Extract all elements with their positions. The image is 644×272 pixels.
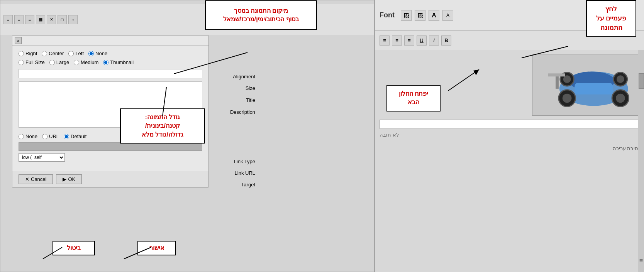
sidebar-hint-text: לא חובה [380, 132, 399, 138]
align-right-icon[interactable]: ≡ [404, 35, 414, 46]
target-row: low (_self [19, 153, 202, 162]
link-none[interactable]: None [19, 133, 37, 139]
alignment-right-label: Right [25, 51, 37, 56]
alignment-right-radio[interactable] [19, 51, 24, 56]
car-image [532, 54, 640, 116]
annotation-next-window-text: יפתח החלון הבא [399, 90, 428, 105]
link-type-label-text: Link Type [220, 155, 255, 167]
font-icon-bold[interactable]: A [429, 10, 439, 21]
sidebar-scrollbar[interactable]: ≡ [638, 50, 644, 272]
annotation-image-size-text: גודל התמונה: קטנה/בינונית/ גדולה/גודל מל… [142, 114, 183, 138]
size-fullsize[interactable]: Full Size [19, 59, 45, 65]
svg-point-14 [617, 75, 624, 83]
font-label: Font [380, 11, 395, 19]
size-fullsize-radio[interactable] [19, 60, 24, 65]
sidebar-reason-label: סיבת עריכה: [613, 145, 639, 151]
target-label-text: Target [220, 179, 255, 190]
svg-rect-15 [575, 83, 613, 95]
sidebar-main-content: לא חובה סיבת עריכה: ≡ [375, 50, 644, 272]
sidebar-reason-row: סיבת עריכה: [380, 145, 639, 151]
annotation-next-window: יפתח החלון הבא [386, 85, 441, 112]
link-url-label: URL [49, 133, 59, 139]
annotation-image-position-text: מיקום התמונה במסך בסוף הכיתוב/ימין/מרכז/… [223, 7, 299, 22]
underline-icon[interactable]: U [417, 35, 427, 46]
right-sidebar: Font 🖼 🖼 A A ≡ ≡ ≡ U I B [375, 0, 644, 272]
size-medium-radio[interactable] [74, 60, 79, 65]
alignment-center[interactable]: Center [42, 51, 64, 56]
toolbar-icon-3[interactable]: ≡ [25, 15, 34, 24]
size-large-label: Large [56, 59, 69, 65]
link-url-label-text: Link URL [220, 167, 255, 179]
font-icon-1[interactable]: 🖼 [401, 10, 412, 21]
annotation-image-position: מיקום התמונה במסך בסוף הכיתוב/ימין/מרכז/… [205, 0, 317, 30]
size-label: Size [246, 85, 255, 91]
target-label: Target [241, 182, 255, 188]
italic-icon[interactable]: I [429, 35, 439, 46]
font-icon-2[interactable]: 🖼 [415, 10, 425, 21]
size-thumbnail-radio[interactable] [103, 60, 108, 65]
link-url[interactable]: URL [42, 133, 59, 139]
svg-rect-16 [556, 75, 559, 89]
annotation-image-size: גודל התמונה: קטנה/בינונית/ גדולה/גודל מל… [120, 108, 205, 144]
svg-rect-17 [548, 73, 565, 76]
alignment-label: Alignment [233, 74, 255, 79]
title-input[interactable] [19, 69, 202, 78]
description-label-text: Description [220, 106, 255, 155]
svg-point-8 [563, 94, 572, 103]
annotation-ok-text: אישור [149, 245, 164, 251]
toolbar-icon-4[interactable]: ▦ [36, 15, 45, 24]
toolbar-icon-1[interactable]: ≡ [3, 15, 13, 24]
size-thumbnail-label: Thumbnail [110, 59, 134, 65]
toolbar-icon-6[interactable]: □ [58, 15, 67, 24]
form-labels: Alignment Size Title Description Link Ty… [220, 71, 255, 190]
size-medium[interactable]: Medium [74, 59, 98, 65]
size-thumbnail[interactable]: Thumbnail [103, 59, 134, 65]
alignment-center-radio[interactable] [42, 51, 47, 56]
screen: ≡ ≡ ≡ ▦ ✕ □ ↔ x Right [0, 0, 644, 272]
alignment-right[interactable]: Right [19, 51, 37, 56]
alignment-row: Right Center Left None [19, 51, 202, 56]
dialog-area: ≡ ≡ ≡ ▦ ✕ □ ↔ x Right [0, 0, 375, 272]
title-label: Title [246, 97, 255, 103]
align-left-icon[interactable]: ≡ [380, 35, 390, 46]
link-url-radio[interactable] [42, 134, 47, 139]
alignment-none-radio[interactable] [88, 51, 94, 56]
sidebar-link-url-row [380, 120, 639, 129]
cancel-button[interactable]: ✕ Cancel [19, 174, 53, 184]
alignment-center-label: Center [49, 51, 64, 56]
alignment-label-text: Alignment [220, 71, 255, 82]
annotation-double-click-text: לחץ פעמיים על התמונה [596, 5, 627, 31]
dialog-close-button[interactable]: x [15, 37, 22, 44]
ok-button[interactable]: ▶ OK [56, 174, 82, 184]
link-url-bar [19, 142, 202, 151]
link-type-label: Link Type [234, 159, 255, 164]
link-default-radio[interactable] [64, 134, 69, 139]
align-center-icon[interactable]: ≡ [392, 35, 402, 46]
alignment-left-radio[interactable] [68, 51, 74, 56]
toolbar-icon-2[interactable]: ≡ [14, 15, 24, 24]
description-label: Description [230, 109, 255, 115]
title-label-text: Title [220, 94, 255, 106]
bold-icon[interactable]: B [441, 35, 451, 46]
alignment-none-label: None [95, 51, 107, 56]
alignment-left[interactable]: Left [68, 51, 84, 56]
toolbar-icon-5[interactable]: ✕ [47, 15, 56, 24]
scrollbar-lines-icon: ≡ [639, 257, 643, 264]
scrollbar-thumb[interactable] [639, 73, 644, 89]
toolbar-icon-7[interactable]: ↔ [68, 15, 78, 24]
link-none-radio[interactable] [19, 134, 24, 139]
link-url-label: Link URL [235, 170, 255, 176]
size-large-radio[interactable] [49, 60, 55, 65]
svg-point-10 [616, 94, 625, 103]
size-large[interactable]: Large [49, 59, 69, 65]
link-default[interactable]: Default [64, 133, 86, 139]
size-fullsize-label: Full Size [25, 59, 45, 65]
size-medium-label: Medium [81, 59, 98, 65]
target-select[interactable]: low (_self [19, 153, 65, 162]
sidebar-hint-row: לא חובה [380, 132, 639, 138]
annotation-cancel-text: ביטול [67, 245, 81, 251]
alignment-none[interactable]: None [88, 51, 107, 56]
toolbar-area: ≡ ≡ ≡ ▦ ✕ □ ↔ [0, 4, 374, 35]
sidebar-link-url-input[interactable] [380, 120, 639, 129]
font-icon-small[interactable]: A [442, 10, 453, 21]
